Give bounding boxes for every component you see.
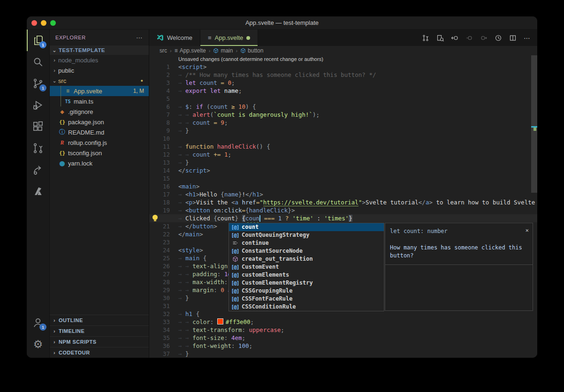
- file-App.svelte[interactable]: ≡App.svelte1, M: [50, 86, 149, 96]
- explorer-title: EXPLORER: [55, 35, 86, 40]
- code-line-37[interactable]: 37→ }: [149, 350, 537, 358]
- activity-extensions-icon[interactable]: [27, 116, 49, 137]
- project-root-folder[interactable]: ⌄ TEST-TEMPLATE: [50, 45, 149, 55]
- file-label: tsconfig.json: [68, 150, 102, 157]
- code-line-1[interactable]: 1<script>: [149, 63, 537, 71]
- suggestion-count[interactable]: [@]count: [229, 223, 384, 231]
- code-line-36[interactable]: 36→ → font-weight: 100;: [149, 342, 537, 350]
- chevron-right-icon: ›: [52, 57, 57, 63]
- tab-app-svelte[interactable]: ≡App.svelte: [200, 30, 258, 46]
- previous-change-icon[interactable]: [465, 34, 473, 42]
- code-line-9[interactable]: 9→ }: [149, 127, 537, 135]
- code-line-11[interactable]: 11→ function handleClick() {: [149, 143, 537, 151]
- code-line-2[interactable]: 2→ /** How many times has someone clicke…: [149, 71, 537, 79]
- code-line-7[interactable]: 7→ → alert(`count is dangerously high!`)…: [149, 111, 537, 119]
- line-content: → → color: #ff3e00;: [170, 318, 254, 326]
- suggestion-CustomElementRegistry[interactable]: [@]CustomElementRegistry: [229, 279, 384, 287]
- suggestion-ConstantSourceNode[interactable]: [@]ConstantSourceNode: [229, 247, 384, 255]
- line-number: 7: [149, 111, 170, 119]
- breadcrumb-item-main[interactable]: main: [213, 47, 233, 54]
- suggestion-CSSGroupingRule[interactable]: [@]CSSGroupingRule: [229, 287, 384, 295]
- folder-public[interactable]: ›public: [50, 65, 149, 75]
- code-line-19[interactable]: 19→ <button on:click={handleClick}>: [149, 206, 537, 214]
- explorer-more-actions-icon[interactable]: ⋯: [136, 34, 143, 41]
- file-package.json[interactable]: {}package.json: [50, 117, 149, 127]
- suggestion-CustomEvent[interactable]: [@]CustomEvent: [229, 263, 384, 271]
- suggestion-CSSConditionRule[interactable]: [@]CSSConditionRule: [229, 303, 384, 311]
- code-line-18[interactable]: 18→ <p>Visit the <a href="https://svelte…: [149, 198, 537, 206]
- code-line-12[interactable]: 12→ → count += 1;: [149, 151, 537, 158]
- code-line-5[interactable]: 5: [149, 95, 537, 103]
- file-rollup.config.js[interactable]: Rrollup.config.js: [50, 137, 149, 148]
- breadcrumb-item-src[interactable]: src: [160, 47, 167, 54]
- code-line-34[interactable]: 34→ → text-transform: uppercase;: [149, 326, 537, 334]
- code-line-16[interactable]: 16<main>: [149, 182, 537, 190]
- activity-explorer-icon[interactable]: 1: [27, 30, 49, 51]
- suggestion-label: CountQueuingStrategy: [242, 231, 310, 239]
- activity-live-share-icon[interactable]: [27, 159, 49, 181]
- code-line-10[interactable]: 10: [149, 135, 537, 143]
- code-line-35[interactable]: 35→ → font-size: 4em;: [149, 334, 537, 342]
- activity-settings-icon[interactable]: ⚙: [27, 333, 49, 355]
- activity-azure-icon[interactable]: [27, 181, 49, 202]
- tab-welcome[interactable]: Welcome: [149, 30, 200, 46]
- code-line-8[interactable]: 8→ → count = 9;: [149, 119, 537, 127]
- line-number: 22: [149, 230, 170, 238]
- file-label: package.json: [68, 119, 104, 126]
- file-main.ts[interactable]: TSmain.ts: [50, 96, 149, 106]
- suggestion-label: CSSFontFaceRule: [242, 295, 292, 303]
- split-editor-icon[interactable]: [509, 34, 517, 42]
- file-.gitignore[interactable]: ◆.gitignore: [50, 106, 149, 117]
- code-line-15[interactable]: 15: [149, 174, 537, 182]
- file-tsconfig.json[interactable]: {}tsconfig.json: [50, 148, 149, 158]
- activity-github-pull-requests-icon[interactable]: [27, 137, 49, 159]
- next-change-icon[interactable]: [480, 34, 488, 42]
- code-line-4[interactable]: 4→ export let name;: [149, 87, 537, 95]
- panel-codetour[interactable]: ›CODETOUR: [50, 347, 149, 358]
- code-line-14[interactable]: 14</script>: [149, 166, 537, 174]
- more-actions-icon[interactable]: ⋯: [524, 34, 531, 42]
- panel-outline[interactable]: ›OUTLINE: [50, 315, 149, 325]
- chevron-right-icon: ›: [52, 317, 57, 323]
- file-README.md[interactable]: ⓘREADME.md: [50, 127, 149, 137]
- panel-npm-scripts[interactable]: ›NPM SCRIPTS: [50, 336, 149, 347]
- line-content: [170, 135, 178, 143]
- line-number: 23: [149, 238, 170, 246]
- activity-run-debug-icon[interactable]: [27, 94, 49, 116]
- code-line-20[interactable]: → Clicked {count} {coun === 1 ? 'time' :…: [149, 214, 537, 222]
- close-icon[interactable]: ✕: [526, 226, 529, 234]
- suggestion-continue[interactable]: continue: [229, 239, 384, 247]
- run-timeline-icon[interactable]: [495, 34, 502, 42]
- code-line-6[interactable]: 6→ $: if (count ≥ 10) {: [149, 103, 537, 111]
- folder-node_modules[interactable]: ›node_modules: [50, 55, 149, 65]
- open-changes-icon[interactable]: [436, 34, 444, 42]
- line-content: → /** How many times has someone clicked…: [170, 71, 376, 79]
- file-yarn.lock[interactable]: ⬤yarn.lock: [50, 158, 149, 168]
- suggestion-CountQueuingStrategy[interactable]: [@]CountQueuingStrategy: [229, 231, 384, 239]
- folder-src[interactable]: ⌄src●: [50, 75, 149, 86]
- code-line-3[interactable]: 3→ let count = 0;: [149, 79, 537, 87]
- breadcrumb-item-button[interactable]: button: [240, 47, 263, 54]
- activity-source-control-icon[interactable]: 1: [27, 73, 49, 94]
- activity-accounts-icon[interactable]: 1: [27, 312, 49, 333]
- breadcrumb-item-app-svelte[interactable]: ≡App.svelte: [175, 47, 206, 54]
- activity-search-icon[interactable]: [27, 51, 49, 73]
- suggestion-create_out_transition[interactable]: create_out_transition: [229, 255, 384, 263]
- suggestion-CSSFontFaceRule[interactable]: [@]CSSFontFaceRule: [229, 295, 384, 303]
- breadcrumb-label: button: [248, 47, 263, 54]
- panel-timeline[interactable]: ›TIMELINE: [50, 325, 149, 336]
- file-label: .gitignore: [68, 108, 93, 115]
- lightbulb-icon[interactable]: [152, 215, 158, 222]
- code-line-17[interactable]: 17→ <h1>Hello {name}!</h1>: [149, 190, 537, 198]
- line-content: <style>: [170, 246, 203, 254]
- code-editor[interactable]: Unsaved changes (cannot determine recent…: [149, 55, 537, 358]
- code-line-13[interactable]: 13→ }: [149, 158, 537, 166]
- code-line-33[interactable]: 33→ → color: #ff3e00;: [149, 318, 537, 326]
- gitlens-unsaved-annotation[interactable]: Unsaved changes (cannot determine recent…: [149, 55, 537, 63]
- editor-scrollbar[interactable]: [531, 55, 537, 193]
- suggestion-customElements[interactable]: [@]customElements: [229, 271, 384, 279]
- navigate-back-icon[interactable]: [451, 34, 458, 42]
- git-pull-request-icon[interactable]: [422, 34, 429, 42]
- line-number: 24: [149, 246, 170, 254]
- line-number: 14: [149, 166, 170, 174]
